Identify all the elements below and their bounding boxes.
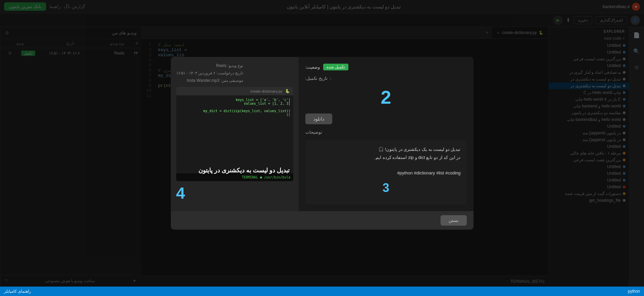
vp-file-icon: 🐍 [285,89,290,93]
vp-filename: create-dictionary.py [250,89,282,93]
modal-close-button[interactable]: بستن [441,215,467,226]
modal-video-preview: 🐍 create-dictionary.py keys_list = ['a',… [176,87,293,181]
vp-header: 🐍 create-dictionary.py [176,87,293,95]
modal-dialog: تکمیل شده وضعیت: : تاریخ تکمیل: 2 دانلود… [171,57,473,229]
modal-video-title: تبدیل دو لیست به دیکشنری در پایتون [198,167,290,174]
modal-description: تبدیل دو لیست به یک دیکشنری در پایتون! 🎧… [305,140,467,204]
modal-complete-date-label: تاریخ تکمیل: [305,76,328,81]
modal-right-info: نوع ویدیو: Reels تاریخ درخواست: ۶ فروردی… [176,62,243,84]
modal-overlay: تکمیل شده وضعیت: : تاریخ تکمیل: 2 دانلود… [0,0,644,287]
vp-code: keys_list = ['a', 'b', 'c'] values_list … [176,95,293,173]
modal-status-badge: تکمیل شده [323,64,348,70]
modal-step-right: 4 [176,184,185,202]
modal-status-row: تکمیل شده وضعیت: [305,64,467,70]
status-right: راهنمای کامپایلر [4,289,31,294]
modal-step-left-container: 2 [305,86,467,108]
modal-footer: بستن [171,211,473,230]
status-bar: python راهنمای کامپایلر [0,287,644,296]
modal-status-label: وضعیت: [305,65,320,70]
modal-music: موسیقی متن: Insta Wander.mp3 [176,77,243,85]
modal-complete-date-row: : تاریخ تکمیل: [305,76,467,81]
step-right-container: 4 [176,184,185,202]
vp-terminal: TERMINAL ● /usr/bin/bvla [176,173,293,181]
modal-comments-label: توضیحات [305,130,322,135]
modal-left: تکمیل شده وضعیت: : تاریخ تکمیل: 2 دانلود… [299,57,473,211]
status-left: python [628,289,640,294]
modal-desc-step: 3 [311,177,461,199]
modal-complete-date-value: : [330,76,332,81]
modal-desc-text: تبدیل دو لیست به یک دیکشنری در پایتون! 🎧… [311,145,461,177]
modal-step-left: 2 [305,86,467,108]
modal-download-button[interactable]: دانلود [305,113,332,124]
modal-right: نوع ویدیو: Reels تاریخ درخواست: ۶ فروردی… [171,57,299,211]
modal-video-type: نوع ویدیو: Reels [176,62,243,70]
vp-overlay-text: تبدیل دو لیست به دیکشنری در پایتون [180,167,290,174]
modal-request-date: تاریخ درخواست: ۶ فروردین ۱۴۰۳ - ۱۶:۵۱ [176,70,243,77]
modal-inner: تکمیل شده وضعیت: : تاریخ تکمیل: 2 دانلود… [171,57,473,211]
